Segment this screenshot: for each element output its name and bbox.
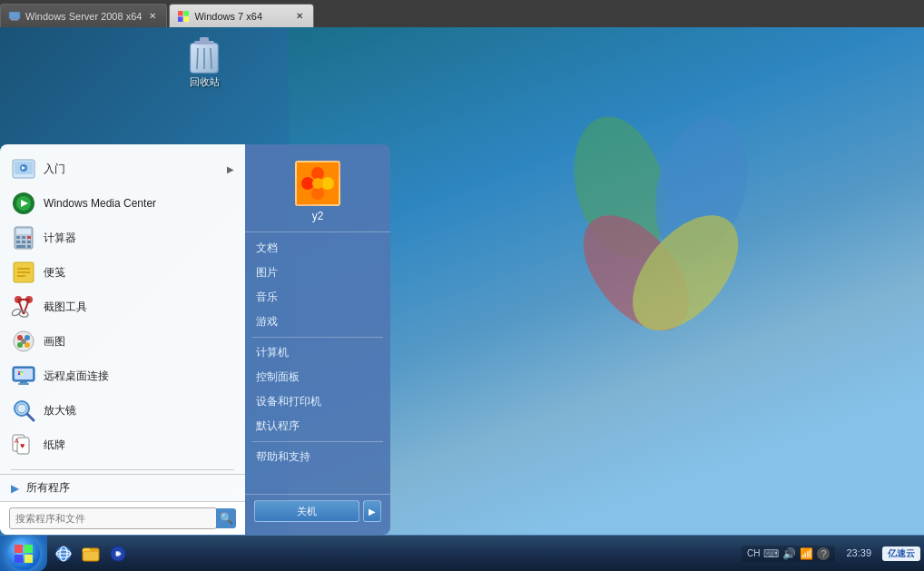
tray-network-icon[interactable]: 📶 — [800, 547, 813, 560]
svg-rect-74 — [15, 545, 23, 553]
right-menu-music[interactable]: 音乐 — [245, 285, 390, 310]
tray-ch-label[interactable]: CH — [747, 548, 760, 558]
user-avatar[interactable] — [295, 161, 340, 206]
svg-rect-34 — [27, 245, 31, 248]
svg-rect-59 — [18, 373, 20, 375]
start-menu-left-panel: 入门 ▶ Windows Media Center — [0, 144, 245, 535]
menu-intro-arrow: ▶ — [227, 164, 234, 174]
tab-win7-label: Windows 7 x64 — [194, 11, 262, 22]
right-menu-divider2 — [252, 441, 383, 442]
svg-rect-6 — [184, 16, 190, 22]
svg-rect-57 — [18, 371, 20, 373]
menu-item-snip[interactable]: 截图工具 — [0, 290, 245, 324]
svg-rect-75 — [25, 545, 33, 553]
menu-item-wmc[interactable]: Windows Media Center — [0, 186, 245, 221]
svg-point-70 — [321, 177, 334, 190]
tab-win7[interactable]: Windows 7 x64 ✕ — [169, 4, 314, 27]
svg-rect-33 — [16, 245, 25, 248]
all-programs-arrow-icon: ▶ — [11, 482, 19, 495]
right-menu-default-programs[interactable]: 默认程序 — [245, 414, 390, 438]
menu-paint-label: 画图 — [44, 334, 65, 349]
clock-display[interactable]: 23:39 — [840, 546, 877, 559]
svg-text:♥: ♥ — [20, 441, 25, 450]
brand-text: 亿速云 — [888, 548, 915, 558]
menu-paint-icon — [11, 329, 36, 354]
menu-search-input[interactable] — [9, 507, 217, 529]
svg-rect-58 — [21, 371, 23, 373]
recycle-bin-icon[interactable]: 回收站 — [177, 36, 231, 89]
menu-solitaire-label: 纸牌 — [44, 438, 65, 453]
tab-server-label: Windows Server 2008 x64 — [25, 11, 142, 22]
menu-rdp-icon — [11, 363, 36, 389]
right-menu-help[interactable]: 帮助和支持 — [245, 445, 390, 469]
tray-keyboard-icon[interactable]: ⌨ — [763, 547, 779, 560]
menu-magnify-label: 放大镜 — [44, 403, 76, 418]
svg-line-17 — [211, 48, 211, 69]
svg-point-71 — [311, 187, 324, 200]
svg-rect-55 — [18, 383, 29, 385]
menu-snip-label: 截图工具 — [44, 300, 87, 315]
svg-text:A: A — [15, 438, 19, 444]
tab-server-2008[interactable]: Windows Server 2008 x64 ✕ — [0, 4, 167, 27]
quicklaunch-media[interactable] — [105, 541, 131, 566]
menu-notes-label: 便笺 — [44, 265, 65, 281]
tray-speaker-icon[interactable]: 🔊 — [782, 547, 796, 560]
svg-point-73 — [312, 178, 323, 189]
menu-intro-icon — [11, 156, 36, 182]
win7-flower-logo — [516, 82, 806, 372]
menu-search-button[interactable]: 🔍 — [216, 508, 236, 528]
menu-snip-icon — [11, 294, 36, 320]
start-menu: 入门 ▶ Windows Media Center — [0, 144, 418, 535]
menu-calc-label: 计算器 — [44, 231, 76, 246]
menu-items-area: 入门 ▶ Windows Media Center — [0, 144, 245, 466]
recycle-bin-label: 回收站 — [190, 75, 220, 89]
brand-logo[interactable]: 亿速云 — [882, 546, 920, 561]
right-menu-computer[interactable]: 计算机 — [245, 340, 390, 365]
start-button[interactable] — [0, 536, 47, 572]
menu-item-rdp[interactable]: 远程桌面连接 — [0, 359, 245, 393]
right-menu-controlpanel[interactable]: 控制面板 — [245, 365, 390, 389]
menu-wmc-label: Windows Media Center — [44, 197, 156, 210]
tray-icons-area: CH ⌨ 🔊 📶 ? — [742, 546, 835, 562]
right-menu-games[interactable]: 游戏 — [245, 310, 390, 334]
clock-time: 23:39 — [846, 546, 871, 559]
right-menu-documents[interactable]: 文档 — [245, 236, 390, 261]
menu-intro-label: 入门 — [44, 162, 65, 177]
shutdown-button[interactable]: 关机 — [254, 500, 359, 522]
shutdown-arrow-button[interactable]: ▶ — [363, 500, 381, 522]
svg-rect-30 — [16, 241, 20, 243]
quicklaunch-explorer[interactable] — [78, 541, 103, 566]
server-2008-tab-icon — [8, 10, 21, 23]
menu-item-calc[interactable]: 计算器 — [0, 221, 245, 255]
menu-item-paint[interactable]: 画图 — [0, 324, 245, 359]
svg-point-69 — [311, 167, 324, 180]
menu-item-solitaire[interactable]: ♥ A 纸牌 — [0, 428, 245, 462]
svg-rect-29 — [27, 236, 31, 239]
svg-rect-31 — [22, 241, 25, 243]
menu-notes-icon — [11, 260, 36, 285]
menu-item-intro[interactable]: 入门 ▶ — [0, 152, 245, 186]
svg-point-51 — [21, 339, 26, 344]
svg-rect-3 — [178, 11, 183, 16]
right-menu-devices[interactable]: 设备和打印机 — [245, 389, 390, 414]
username-label: y2 — [312, 210, 324, 222]
right-menu-pictures[interactable]: 图片 — [245, 261, 390, 285]
menu-item-magnify[interactable]: 放大镜 — [0, 393, 245, 428]
tray-question-icon[interactable]: ? — [817, 547, 830, 560]
svg-rect-27 — [16, 236, 20, 239]
menu-item-notes[interactable]: 便笺 — [0, 255, 245, 290]
recycle-bin-image — [186, 36, 222, 73]
tab-server-close[interactable]: ✕ — [146, 10, 159, 23]
menu-calc-icon — [11, 225, 36, 251]
svg-point-62 — [17, 404, 26, 413]
svg-rect-76 — [15, 555, 23, 563]
start-menu-user: y2 — [245, 152, 390, 232]
quicklaunch-area — [47, 541, 134, 566]
tab-win7-close[interactable]: ✕ — [293, 10, 306, 23]
browser-tabs-bar: Windows Server 2008 x64 ✕ Windows 7 x64 … — [0, 0, 924, 27]
svg-rect-53 — [15, 369, 33, 379]
svg-rect-0 — [9, 12, 20, 19]
svg-rect-5 — [178, 16, 183, 22]
quicklaunch-ie[interactable] — [51, 541, 76, 566]
menu-all-programs[interactable]: ▶ 所有程序 — [0, 474, 245, 501]
